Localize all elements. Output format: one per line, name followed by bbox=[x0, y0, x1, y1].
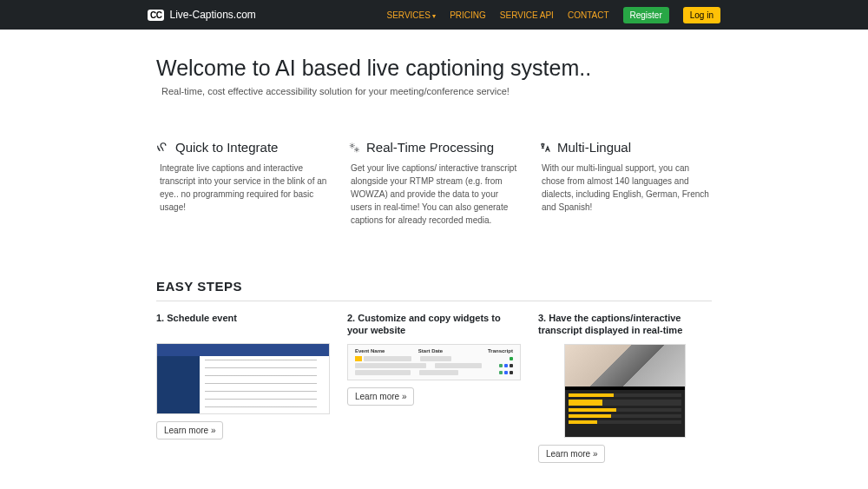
login-button[interactable]: Log in bbox=[683, 7, 720, 23]
feature-realtime: Real-Time Processing Get your live capti… bbox=[347, 140, 521, 227]
nav-contact[interactable]: CONTACT bbox=[568, 10, 609, 20]
navbar: CC Live-Captions.com SERVICES PRICING SE… bbox=[0, 0, 868, 30]
feature-title-label: Real-Time Processing bbox=[366, 140, 494, 155]
step-2-image: Event Name Start Date Transcript bbox=[347, 344, 521, 380]
hero: Welcome to AI based live captioning syst… bbox=[156, 30, 712, 114]
feature-desc: With our multi-lingual support, you can … bbox=[538, 162, 712, 214]
brand-label: Live-Captions.com bbox=[169, 9, 255, 21]
step-title: 3. Have the captions/interactive transcr… bbox=[538, 312, 712, 337]
step-title: 2. Customize and copy widgets to your we… bbox=[347, 312, 521, 337]
learn-more-button[interactable]: Learn more » bbox=[347, 387, 414, 406]
gears-icon bbox=[347, 141, 361, 155]
features-row: Quick to Integrate Integrate live captio… bbox=[156, 140, 712, 227]
hero-title: Welcome to AI based live captioning syst… bbox=[156, 56, 712, 81]
feature-title-label: Quick to Integrate bbox=[175, 140, 278, 155]
step-2: 2. Customize and copy widgets to your we… bbox=[347, 312, 521, 463]
learn-more-button[interactable]: Learn more » bbox=[538, 445, 605, 463]
nav-services[interactable]: SERVICES bbox=[387, 10, 437, 20]
svg-point-1 bbox=[356, 149, 358, 150]
register-button[interactable]: Register bbox=[623, 7, 669, 23]
steps-section: EASY STEPS 1. Schedule event Learn more … bbox=[156, 279, 712, 463]
step-3: 3. Have the captions/interactive transcr… bbox=[538, 312, 712, 463]
step-title: 1. Schedule event bbox=[156, 312, 330, 336]
nav-brand-group: CC Live-Captions.com bbox=[148, 9, 256, 21]
feature-multilingual: Multi-Lingual With our multi-lingual sup… bbox=[538, 140, 712, 227]
nav-api[interactable]: SERVICE API bbox=[500, 10, 554, 20]
step-1-image bbox=[156, 343, 330, 414]
hero-subtitle: Real-time, cost effective accessibility … bbox=[156, 86, 712, 96]
svg-point-0 bbox=[352, 144, 353, 146]
feature-integrate: Quick to Integrate Integrate live captio… bbox=[156, 140, 330, 227]
col-transcript: Transcript bbox=[482, 348, 513, 354]
ear-icon bbox=[156, 141, 170, 155]
language-icon bbox=[538, 141, 552, 155]
col-date: Start Date bbox=[418, 348, 482, 354]
step-3-image bbox=[564, 344, 686, 438]
cc-icon: CC bbox=[148, 10, 164, 21]
feature-desc: Integrate live captions and interactive … bbox=[156, 162, 330, 214]
step-1: 1. Schedule event Learn more » bbox=[156, 312, 330, 463]
nav-pricing[interactable]: PRICING bbox=[450, 10, 486, 20]
feature-title-label: Multi-Lingual bbox=[557, 140, 631, 155]
nav-right: SERVICES PRICING SERVICE API CONTACT Reg… bbox=[387, 7, 720, 23]
steps-heading: EASY STEPS bbox=[156, 279, 712, 294]
col-event: Event Name bbox=[355, 348, 418, 354]
learn-more-button[interactable]: Learn more » bbox=[156, 421, 223, 439]
feature-desc: Get your live captions/ interactive tran… bbox=[347, 162, 521, 227]
divider bbox=[156, 301, 712, 301]
